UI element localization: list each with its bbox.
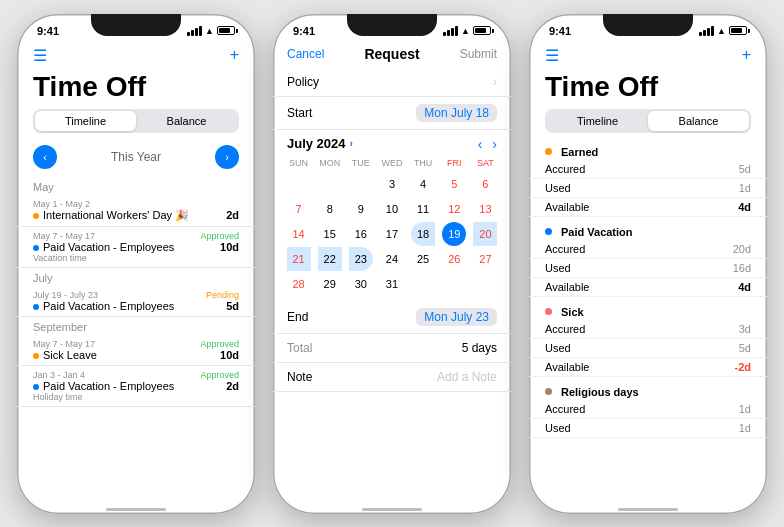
balance-row: Available 4d — [529, 198, 767, 217]
phone-1-toolbar: ☰ + — [17, 42, 255, 69]
phone-2-notch — [347, 14, 437, 36]
phone-2-time: 9:41 — [293, 25, 315, 37]
balance-row: Available 4d — [529, 278, 767, 297]
add-icon[interactable]: + — [230, 46, 239, 64]
balance-row: Available -2d — [529, 358, 767, 377]
modal-header: Cancel Request Submit — [273, 42, 511, 68]
wifi-icon: ▲ — [461, 26, 470, 36]
calendar-week: 7 8 9 10 11 12 13 — [283, 197, 501, 221]
battery-icon — [217, 26, 235, 35]
segment-control: Timeline Balance — [33, 109, 239, 133]
list-item: July 19 - July 23 Pending Paid Vacation … — [17, 286, 255, 317]
phone-3-status-icons: ▲ — [699, 26, 747, 36]
calendar-week: 28 29 30 31 — [283, 272, 501, 296]
calendar-header: July 2024 › ‹ › — [273, 130, 511, 156]
menu-icon[interactable]: ☰ — [33, 46, 47, 65]
phone-1-content: ☰ + Time Off Timeline Balance ‹ This Yea… — [17, 42, 255, 498]
list-item: May 7 - May 17 Approved Sick Leave 10d — [17, 335, 255, 366]
phones-container: 9:41 ▲ ☰ + Time Off Timeli — [7, 4, 777, 524]
phone-3-content: ☰ + Time Off Timeline Balance Earned Acc… — [529, 42, 767, 498]
note-input[interactable]: Add a Note — [437, 370, 497, 384]
end-row[interactable]: End Mon July 23 — [273, 301, 511, 334]
tab-balance[interactable]: Balance — [136, 111, 237, 131]
next-year-button[interactable]: › — [215, 145, 239, 169]
balance-row: Accured 20d — [529, 240, 767, 259]
phone-1-time: 9:41 — [37, 25, 59, 37]
tab-timeline[interactable]: Timeline — [547, 111, 648, 131]
prev-year-button[interactable]: ‹ — [33, 145, 57, 169]
list-item: May 1 - May 2 International Workers' Day… — [17, 195, 255, 227]
calendar-week: 21 22 23 24 25 26 27 — [283, 247, 501, 271]
balance-row: Accured 3d — [529, 320, 767, 339]
modal-title: Request — [364, 46, 419, 62]
year-nav: ‹ This Year › — [17, 141, 255, 173]
signal-bars — [699, 26, 714, 36]
wifi-icon: ▲ — [717, 26, 726, 36]
balance-row: Accured 1d — [529, 400, 767, 419]
phone-2: 9:41 ▲ Cancel Request Submit — [273, 14, 511, 514]
calendar-month: July 2024 › — [287, 136, 353, 151]
balance-row: Used 1d — [529, 419, 767, 438]
start-label: Start — [287, 106, 312, 120]
end-value[interactable]: Mon July 23 — [416, 308, 497, 326]
balance-section-sick: Sick — [529, 301, 767, 320]
start-value[interactable]: Mon July 18 — [416, 104, 497, 122]
phone-3: 9:41 ▲ ☰ + Time Off Timeli — [529, 14, 767, 514]
total-row: Total 5 days — [273, 334, 511, 363]
balance-row: Used 1d — [529, 179, 767, 198]
signal-bars — [443, 26, 458, 36]
tab-timeline[interactable]: Timeline — [35, 111, 136, 131]
add-icon[interactable]: + — [742, 46, 751, 64]
battery-icon — [473, 26, 491, 35]
signal-bars — [187, 26, 202, 36]
note-label: Note — [287, 370, 312, 384]
wifi-icon: ▲ — [205, 26, 214, 36]
total-value: 5 days — [462, 341, 497, 355]
balance-section-paid-vacation: Paid Vacation — [529, 221, 767, 240]
phone-2-content: Cancel Request Submit Policy › Start Mon… — [273, 42, 511, 498]
calendar-days-header: SUN MON TUE WED THU FRI SAT — [283, 156, 501, 170]
balance-row: Used 5d — [529, 339, 767, 358]
page-title: Time Off — [529, 69, 767, 109]
start-row[interactable]: Start Mon July 18 — [273, 97, 511, 130]
menu-icon[interactable]: ☰ — [545, 46, 559, 65]
year-label: This Year — [111, 150, 161, 164]
phone-1-notch — [91, 14, 181, 36]
phone-3-notch — [603, 14, 693, 36]
list-item: Jan 3 - Jan 4 Approved Paid Vacation - E… — [17, 366, 255, 407]
phone-2-status-icons: ▲ — [443, 26, 491, 36]
balance-section-religious: Religious days — [529, 381, 767, 400]
cancel-button[interactable]: Cancel — [287, 47, 324, 61]
battery-icon — [729, 26, 747, 35]
balance-section-earned: Earned — [529, 141, 767, 160]
next-month-button[interactable]: › — [492, 136, 497, 152]
note-row[interactable]: Note Add a Note — [273, 363, 511, 392]
end-label: End — [287, 310, 308, 324]
prev-month-button[interactable]: ‹ — [478, 136, 483, 152]
page-title: Time Off — [17, 69, 255, 109]
phone-1-status-icons: ▲ — [187, 26, 235, 36]
calendar-week: 14 15 16 17 18 19 20 — [283, 222, 501, 246]
phone-3-toolbar: ☰ + — [529, 42, 767, 69]
segment-control: Timeline Balance — [545, 109, 751, 133]
total-label: Total — [287, 341, 312, 355]
policy-label: Policy — [287, 75, 319, 89]
policy-row: Policy › — [273, 68, 511, 97]
balance-row: Used 16d — [529, 259, 767, 278]
section-may: May — [17, 177, 255, 195]
section-july: July — [17, 268, 255, 286]
phone-3-time: 9:41 — [549, 25, 571, 37]
balance-row: Accured 5d — [529, 160, 767, 179]
tab-balance[interactable]: Balance — [648, 111, 749, 131]
section-september: September — [17, 317, 255, 335]
list-item: May 7 - May 17 Approved Paid Vacation - … — [17, 227, 255, 268]
calendar-week: 3 4 5 6 — [283, 172, 501, 196]
calendar-grid: SUN MON TUE WED THU FRI SAT 3 4 5 6 — [273, 156, 511, 297]
phone-1: 9:41 ▲ ☰ + Time Off Timeli — [17, 14, 255, 514]
submit-button[interactable]: Submit — [460, 47, 497, 61]
